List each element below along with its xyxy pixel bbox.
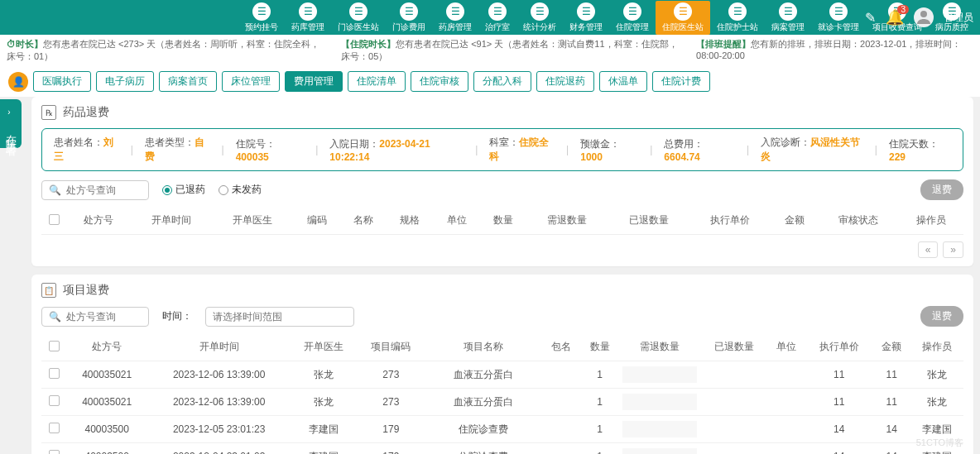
column-header: 数量 <box>581 333 619 361</box>
nav-item[interactable]: ☰药房管理 <box>432 1 478 35</box>
item-refund-button[interactable]: 退费 <box>920 306 963 327</box>
nav-icon: ☰ <box>400 2 418 21</box>
column-header: 包名 <box>542 333 580 361</box>
notification-bell-icon[interactable]: 🔔3 <box>886 8 904 26</box>
column-header: 处方号 <box>66 333 147 361</box>
need-refund-input[interactable] <box>622 448 697 454</box>
nav-item[interactable]: ☰住院医生站 <box>656 1 710 35</box>
column-header: 名称 <box>340 207 387 235</box>
column-header: 需退数量 <box>526 207 608 235</box>
pager-next[interactable]: » <box>943 241 963 258</box>
chevron-right-icon: › <box>7 108 13 117</box>
column-header: 审核状态 <box>818 207 900 235</box>
item-refund-panel: 📋 项目退费 🔍 时间： 退费 处方号开单时间开单医生项目编码项目名称包名数量需… <box>31 275 973 454</box>
drug-panel-title: 药品退费 <box>63 105 109 120</box>
inpatient-side-tab[interactable]: › 在院患者 <box>0 99 22 148</box>
drug-panel-icon: ℞ <box>41 105 56 120</box>
nav-icon: ☰ <box>728 2 747 21</box>
nav-icon: ☰ <box>531 2 549 21</box>
column-header: 操作员 <box>910 333 963 361</box>
nav-item[interactable]: ☰就诊卡管理 <box>811 1 866 35</box>
column-header: 执行单价 <box>805 333 872 361</box>
need-refund-input[interactable] <box>622 421 697 437</box>
column-header: 金额 <box>872 333 910 361</box>
subtab[interactable]: 住院审核 <box>411 71 468 92</box>
nav-icon: ☰ <box>349 2 368 21</box>
nav-icon: ☰ <box>488 2 507 21</box>
item-panel-icon: 📋 <box>41 283 56 298</box>
nav-item[interactable]: ☰财务管理 <box>563 1 609 35</box>
nav-icon: ☰ <box>674 2 692 21</box>
subtab[interactable]: 住院清单 <box>348 71 406 92</box>
time-range-input[interactable] <box>205 307 354 327</box>
item-search-input[interactable]: 🔍 <box>41 307 149 327</box>
returned-radio[interactable]: 已退药 <box>162 183 205 197</box>
nav-item[interactable]: ☰预约挂号 <box>238 1 285 35</box>
username: 管理员 <box>944 11 973 25</box>
nav-item[interactable]: ☰门诊医生站 <box>331 1 386 35</box>
notice-bar: ⏱时长】您有患者在院已达 <273> 天（患者姓名：周听听，科室：住院全科，床号… <box>0 35 980 66</box>
item-panel-title: 项目退费 <box>63 283 109 298</box>
subtab[interactable]: 电子病历 <box>96 71 154 92</box>
pager-prev[interactable]: « <box>918 241 939 258</box>
avatar[interactable] <box>914 7 934 27</box>
nav-item[interactable]: ☰医保业务 <box>975 1 980 35</box>
edit-icon[interactable]: ✎ <box>865 10 876 26</box>
nav-item[interactable]: ☰门诊费用 <box>386 1 432 35</box>
search-icon: 🔍 <box>49 311 61 323</box>
column-header: 编码 <box>293 207 339 235</box>
row-checkbox[interactable] <box>49 450 60 454</box>
subtab[interactable]: 病案首页 <box>159 71 217 92</box>
nav-item[interactable]: ☰住院护士站 <box>710 1 765 35</box>
select-all-checkbox[interactable] <box>49 214 60 225</box>
drug-refund-button[interactable]: 退费 <box>920 179 963 200</box>
patient-info-bar: 患者姓名：刘三| 患者类型：自费| 住院号：400035| 入院日期：2023-… <box>41 128 963 171</box>
nav-icon: ☰ <box>829 2 848 21</box>
notification-badge: 3 <box>897 5 909 14</box>
column-header: 单位 <box>767 333 805 361</box>
nav-item[interactable]: ☰药库管理 <box>285 1 331 35</box>
table-row: 400035002023-12-04 23:01:03李建国179住院诊查费11… <box>41 443 963 455</box>
nav-icon: ☰ <box>779 2 797 21</box>
select-all-checkbox[interactable] <box>49 341 60 351</box>
column-header: 已退数量 <box>608 207 690 235</box>
row-checkbox[interactable] <box>49 423 60 433</box>
column-header: 单位 <box>433 207 479 235</box>
column-header: 项目名称 <box>425 333 543 361</box>
subtab[interactable]: 床位管理 <box>222 71 280 92</box>
subtab[interactable]: 医嘱执行 <box>33 71 91 92</box>
need-refund-input[interactable] <box>622 394 697 410</box>
watermark: 51CTO博客 <box>916 437 963 449</box>
table-row: 400035002023-12-05 23:01:23李建国179住院诊查费11… <box>41 416 963 443</box>
drug-table: 处方号开单时间开单医生编码名称规格单位数量需退数量已退数量执行单价金额审核状态操… <box>41 207 963 235</box>
column-header: 项目编码 <box>358 333 425 361</box>
not-dispensed-radio[interactable]: 未发药 <box>219 183 262 197</box>
table-row: 4000350212023-12-06 13:39:00张龙273血液五分蛋白1… <box>41 361 963 389</box>
search-icon: 🔍 <box>49 184 61 196</box>
nav-icon: ☰ <box>252 2 271 21</box>
need-refund-input[interactable] <box>622 366 697 383</box>
subtab[interactable]: 分配入科 <box>473 71 531 92</box>
table-row: 4000350212023-12-06 13:39:00张龙273血液五分蛋白1… <box>41 389 963 416</box>
nav-item[interactable]: ☰统计分析 <box>516 1 563 35</box>
nav-icon: ☰ <box>577 2 595 21</box>
top-navbar: ☰预约挂号☰药库管理☰门诊医生站☰门诊费用☰药房管理☰治疗室☰统计分析☰财务管理… <box>0 0 980 35</box>
subtab[interactable]: 住院退药 <box>536 71 594 92</box>
column-header: 开单时间 <box>147 333 291 361</box>
row-checkbox[interactable] <box>49 395 60 406</box>
drug-refund-panel: ℞ 药品退费 患者姓名：刘三| 患者类型：自费| 住院号：400035| 入院日… <box>31 97 973 266</box>
row-checkbox[interactable] <box>49 368 60 379</box>
column-header: 数量 <box>480 207 526 235</box>
nav-icon: ☰ <box>299 2 317 21</box>
column-header: 操作员 <box>899 207 963 235</box>
nav-item[interactable]: ☰病案管理 <box>765 1 811 35</box>
drug-search-input[interactable]: 🔍 <box>41 180 149 200</box>
nav-item[interactable]: ☰住院管理 <box>609 1 656 35</box>
user-pill-icon: 👤 <box>8 72 28 92</box>
subtab[interactable]: 住院计费 <box>652 71 710 92</box>
column-header: 执行单价 <box>689 207 771 235</box>
subtab[interactable]: 休温单 <box>599 71 647 92</box>
nav-item[interactable]: ☰治疗室 <box>478 1 516 35</box>
column-header: 金额 <box>771 207 818 235</box>
subtab[interactable]: 费用管理 <box>285 71 343 92</box>
